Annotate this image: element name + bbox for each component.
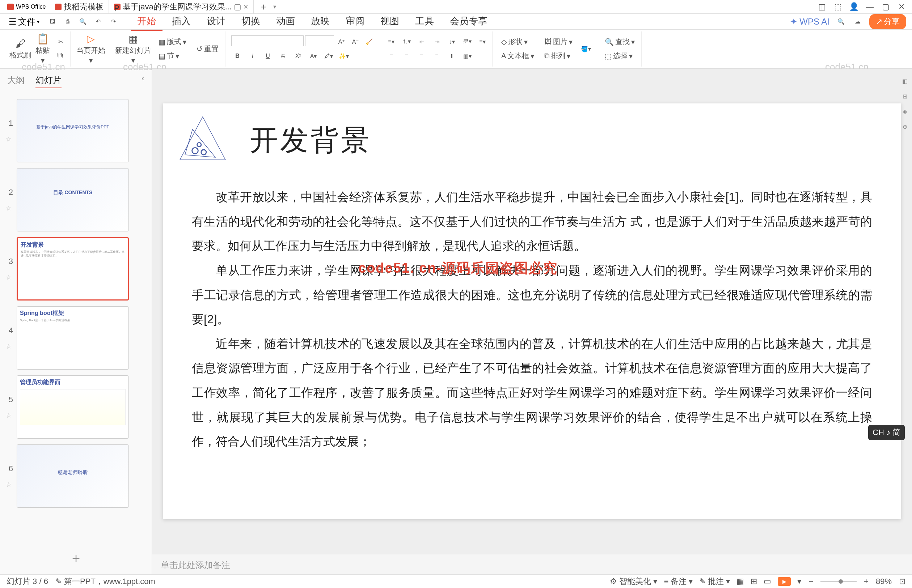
new-tab-button[interactable]: ＋ <box>254 0 273 13</box>
tab-animation[interactable]: 动画 <box>270 13 301 31</box>
window-mode-icon[interactable]: ◫ <box>817 2 826 11</box>
cloud-icon[interactable]: ☁ <box>853 17 863 27</box>
tab-close-icon[interactable]: × <box>243 2 248 11</box>
star-icon[interactable]: ☆ <box>6 342 13 351</box>
file-menu[interactable]: ☰文件▾ <box>6 15 42 29</box>
slide-thumbnail-2[interactable]: 2☆ 目录 CONTENTS <box>0 165 152 234</box>
reset-button[interactable]: ↺ 重置 <box>194 43 222 55</box>
slide-thumbnail-4[interactable]: 4☆ Spring boot框架Spring Boot是一个基于Java的开源框… <box>0 304 152 373</box>
normal-view-icon[interactable]: ▦ <box>737 577 744 586</box>
numbering-icon[interactable]: ⒈▾ <box>400 36 413 48</box>
template-info[interactable]: ✎ 第一PPT，www.1ppt.com <box>55 576 155 587</box>
canvas-viewport[interactable]: 开发背景 改革开放以来，中国社会经济体系复苏，人们生活水平稳步提升，中国社会已全… <box>152 69 912 554</box>
cube-icon[interactable]: ⬚ <box>833 2 842 11</box>
align-center-icon[interactable]: ≡ <box>400 50 413 62</box>
paragraph[interactable]: 单从工作压力来讲，学生网课学习在很大程度上可以解决一部分问题，逐渐进入人们的视野… <box>192 258 872 331</box>
beautify-button[interactable]: ⚙ 智能美化 ▾ <box>610 576 657 587</box>
side-tool-icon[interactable]: ⊞ <box>900 91 910 101</box>
highlight-icon[interactable]: 🖍▾ <box>322 50 335 62</box>
notes-input[interactable]: 单击此处添加备注 <box>152 554 912 574</box>
slide-thumbnail-6[interactable]: 6☆ 感谢老师聆听 <box>0 441 152 510</box>
reading-view-icon[interactable]: ▭ <box>764 577 771 586</box>
maximize-button[interactable]: ▢ <box>881 2 890 11</box>
font-size-select[interactable] <box>305 36 334 46</box>
minimize-button[interactable]: — <box>865 2 874 11</box>
avatar-icon[interactable]: 👤 <box>849 2 859 11</box>
indent-right-icon[interactable]: ⇥ <box>431 36 443 48</box>
new-tab-dropdown[interactable]: ▾ <box>273 3 276 10</box>
tab-templates[interactable]: 找稻壳模板 <box>50 0 109 13</box>
slide-body[interactable]: 改革开放以来，中国社会经济体系复苏，人们生活水平稳步提升，中国社会已全面步入小康… <box>192 185 872 454</box>
italic-icon[interactable]: I <box>246 50 259 62</box>
fit-window-icon[interactable]: ⊡ <box>899 577 906 586</box>
layout-button[interactable]: ▦ 版式 ▾ <box>156 36 189 48</box>
side-tool-icon[interactable]: ◈ <box>900 106 910 116</box>
shape-button[interactable]: ◇ 形状 ▾ <box>498 36 537 48</box>
slideshow-dropdown[interactable]: ▾ <box>797 577 801 586</box>
wps-ai-button[interactable]: ✦ WPS AI <box>790 17 829 27</box>
tab-document[interactable]: P 基于java的学生网课学习效果... ▢ × <box>109 0 254 13</box>
paste-button[interactable]: 📋粘贴 ▾ <box>36 33 50 65</box>
close-button[interactable]: ✕ <box>897 2 906 11</box>
star-icon[interactable]: ☆ <box>6 412 13 420</box>
columns-icon[interactable]: ▥▾ <box>461 50 473 62</box>
notes-toggle[interactable]: ≡ 备注 ▾ <box>664 576 693 587</box>
slides-tab[interactable]: 幻灯片 <box>36 73 62 88</box>
bullets-icon[interactable]: ≡▾ <box>385 36 397 48</box>
distribute-icon[interactable]: ⫿ <box>446 50 458 62</box>
font-select[interactable] <box>231 36 304 46</box>
tab-review[interactable]: 审阅 <box>339 13 371 31</box>
star-icon[interactable]: ☆ <box>6 273 13 281</box>
outline-tab[interactable]: 大纲 <box>7 73 24 88</box>
textbox-button[interactable]: A 文本框 ▾ <box>498 50 537 62</box>
tab-design[interactable]: 设计 <box>200 13 232 31</box>
decrease-font-icon[interactable]: A⁻ <box>349 36 361 48</box>
tab-slideshow[interactable]: 放映 <box>305 13 336 31</box>
picture-button[interactable]: 🖼 图片 ▾ <box>541 36 575 48</box>
tab-home[interactable]: 开始 <box>131 13 162 31</box>
undo-icon[interactable]: ↶ <box>93 17 103 27</box>
new-slide-button[interactable]: ▦新建幻灯片 ▾ <box>115 33 151 65</box>
star-icon[interactable]: ☆ <box>6 204 13 212</box>
format-brush-button[interactable]: 🖌格式刷 <box>10 38 31 60</box>
slide-thumbnail-1[interactable]: 1☆ 基于java的学生网课学习效果评价PPT <box>0 96 152 165</box>
section-button[interactable]: ▤ 节 ▾ <box>156 50 189 62</box>
zoom-in-icon[interactable]: + <box>864 577 868 586</box>
paragraph[interactable]: 改革开放以来，中国社会经济体系复苏，人们生活水平稳步提升，中国社会已全面步入小康… <box>192 185 872 258</box>
select-button[interactable]: ⬚ 选择 ▾ <box>602 50 638 62</box>
underline-icon[interactable]: U <box>262 50 274 62</box>
star-icon[interactable]: ☆ <box>6 135 13 143</box>
slideshow-button[interactable]: ▶ <box>778 577 791 586</box>
slide-thumbnail-5[interactable]: 5☆ 管理员功能界面 <box>0 373 152 441</box>
align-left-icon[interactable]: ≡ <box>385 50 397 62</box>
tab-present-icon[interactable]: ▢ <box>234 2 241 11</box>
zoom-out-icon[interactable]: − <box>808 577 813 586</box>
ime-indicator[interactable]: CH ♪ 简 <box>868 425 905 440</box>
search-icon[interactable]: 🔍 <box>836 17 846 27</box>
increase-font-icon[interactable]: A⁺ <box>335 36 348 48</box>
side-tool-icon[interactable]: ⊕ <box>900 121 910 132</box>
print-icon[interactable]: ⎙ <box>63 17 73 27</box>
arrange-button[interactable]: ⧉ 排列 ▾ <box>541 50 575 62</box>
zoom-slider[interactable] <box>820 581 857 582</box>
slide-thumbnail-3[interactable]: 3☆ 开发背景 改革开放以来，中国社会经济体系复苏，人们生活水平稳步提升...单… <box>0 234 152 304</box>
fill-color-icon[interactable]: 🪣▾ <box>580 43 592 55</box>
tab-member[interactable]: 会员专享 <box>443 13 494 31</box>
align-justify-icon[interactable]: ≡ <box>431 50 443 62</box>
collapse-panel-icon[interactable]: ‹ <box>141 73 144 88</box>
redo-icon[interactable]: ↷ <box>108 17 118 27</box>
find-button[interactable]: 🔍 查找 ▾ <box>602 36 638 48</box>
tab-transition[interactable]: 切换 <box>235 13 267 31</box>
side-tool-icon[interactable]: ◧ <box>900 76 910 86</box>
tab-tools[interactable]: 工具 <box>408 13 441 31</box>
from-current-button[interactable]: ▷当页开始 ▾ <box>76 33 105 65</box>
strike-icon[interactable]: S̶ <box>277 50 289 62</box>
line-spacing-icon[interactable]: ↕▾ <box>446 36 458 48</box>
text-direction-icon[interactable]: 문▾ <box>461 36 473 48</box>
align-right-icon[interactable]: ≡ <box>415 50 428 62</box>
paragraph[interactable]: 近年来，随着计算机技术的飞速发展以及其在全球范围内的普及，计算机技术的在人们生活… <box>192 331 872 454</box>
align-text-icon[interactable]: ≡▾ <box>476 36 489 48</box>
comments-toggle[interactable]: ✎ 批注 ▾ <box>699 576 730 587</box>
copy-icon[interactable]: ⿻ <box>54 50 66 62</box>
clear-format-icon[interactable]: 🧹 <box>363 36 375 48</box>
